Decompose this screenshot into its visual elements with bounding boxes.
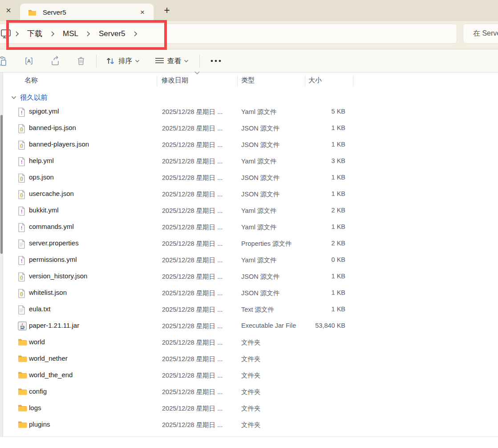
file-name[interactable]: permissions.yml [29,256,77,263]
column-header-type[interactable]: 类型 [241,76,255,85]
rename-icon[interactable]: A [24,56,34,66]
file-size: 2 KB [285,240,345,247]
file-row[interactable]: {} banned-players.json 2025/12/28 星期日 ..… [0,137,498,153]
column-header-name[interactable]: 名称 [24,76,38,85]
file-row[interactable]: plugins 2025/12/28 星期日 ... 文件夹 [0,417,498,433]
file-row[interactable]: world 2025/12/28 星期日 ... 文件夹 [0,334,498,351]
file-name[interactable]: logs [29,404,41,411]
file-row[interactable]: world_nether 2025/12/28 星期日 ... 文件夹 [0,351,498,367]
file-row[interactable]: eula.txt 2025/12/28 星期日 ... Text 源文件 1 K… [0,301,498,318]
file-date: 2025/12/28 星期日 ... [162,157,223,166]
file-name[interactable]: banned-ips.json [29,124,76,131]
svg-text:!: ! [21,209,23,214]
sort-direction-icon[interactable] [194,71,200,75]
file-row[interactable]: {} usercache.json 2025/12/28 星期日 ... JSO… [0,186,498,203]
delete-icon[interactable] [76,56,86,66]
share-icon[interactable] [50,56,61,66]
file-size: 1 KB [285,223,345,230]
breadcrumb-item-downloads[interactable]: 下载 [23,26,47,41]
file-size: 1 KB [285,289,345,296]
file-type: Properties 源文件 [241,240,292,248]
file-type: 文件夹 [241,388,261,396]
file-date: 2025/12/28 星期日 ... [162,388,223,396]
file-name[interactable]: usercache.json [29,190,74,197]
paste-icon[interactable] [0,56,8,66]
tab-close-icon[interactable]: × [138,8,147,17]
file-name[interactable]: server.properties [29,239,79,247]
file-row[interactable]: ! help.yml 2025/12/28 星期日 ... Yaml 源文件 3… [0,153,498,170]
svg-text:{}: {} [20,193,23,197]
view-button[interactable]: 查看 [155,57,189,66]
file-size: 1 KB [285,305,345,313]
file-row[interactable]: ! permissions.yml 2025/12/28 星期日 ... Yam… [0,252,498,269]
yaml-file-icon: ! [18,256,27,265]
file-name[interactable]: config [29,387,47,395]
yaml-file-icon: ! [18,107,27,116]
file-row[interactable]: {} banned-ips.json 2025/12/28 星期日 ... JS… [0,120,498,137]
file-row[interactable]: ! bukkit.yml 2025/12/28 星期日 ... Yaml 源文件… [0,203,498,219]
file-name[interactable]: paper-1.21.11.jar [29,322,79,329]
chevron-right-icon[interactable] [83,31,94,37]
chevron-right-icon[interactable] [47,31,58,37]
file-row[interactable]: paper-1.21.11.jar 2025/12/28 星期日 ... Exe… [0,318,498,334]
file-name[interactable]: eula.txt [29,305,50,313]
column-divider[interactable] [305,76,305,86]
file-date: 2025/12/28 星期日 ... [162,322,223,330]
file-size: 1 KB [285,190,345,197]
column-header-size[interactable]: 大小 [308,76,322,85]
column-header-date[interactable]: 修改日期 [162,76,188,85]
folder-icon [18,387,27,396]
file-name[interactable]: help.yml [29,157,54,164]
file-row[interactable]: config 2025/12/28 星期日 ... 文件夹 [0,384,498,400]
file-row[interactable]: server.properties 2025/12/28 星期日 ... Pro… [0,236,498,252]
column-divider[interactable] [157,76,157,86]
file-name[interactable]: plugins [29,420,50,428]
column-divider[interactable] [237,76,238,86]
file-name[interactable]: spigot.yml [29,107,59,115]
file-name[interactable]: version_history.json [29,272,87,280]
file-name[interactable]: banned-players.json [29,140,89,148]
file-row[interactable]: logs 2025/12/28 星期日 ... 文件夹 [0,400,498,417]
close-icon[interactable]: × [4,5,13,15]
sort-button[interactable]: 排序 [105,57,140,66]
jar-file-icon [18,322,27,330]
file-row[interactable]: {} version_history.json 2025/12/28 星期日 .… [0,269,498,285]
file-row[interactable]: ! spigot.yml 2025/12/28 星期日 ... Yaml 源文件… [0,104,498,120]
file-name[interactable]: commands.yml [29,223,74,230]
file-row[interactable]: world_the_end 2025/12/28 星期日 ... 文件夹 [0,367,498,384]
yaml-file-icon: ! [18,157,27,166]
file-explorer-window: × Server5 × + 下载 MSL [0,0,498,448]
file-name[interactable]: bukkit.yml [29,206,59,214]
file-row[interactable]: {} whitelist.json 2025/12/28 星期日 ... JSO… [0,285,498,301]
file-size: 1 KB [285,174,345,181]
json-file-icon: {} [18,173,27,182]
yaml-file-icon: ! [18,206,27,215]
more-options-button[interactable]: ••• [208,57,225,65]
file-name[interactable]: world_the_end [29,371,73,379]
breadcrumb-item-msl[interactable]: MSL [58,27,83,41]
toolbar-divider [96,54,97,68]
tab-server5[interactable]: Server5 × [20,4,154,21]
group-header-long-ago[interactable]: 很久以前 [0,91,48,104]
file-name[interactable]: whitelist.json [29,289,67,296]
svg-text:!: ! [21,159,23,165]
view-label: 查看 [167,57,181,66]
file-row[interactable]: {} ops.json 2025/12/28 星期日 ... JSON 源文件 … [0,170,498,186]
file-name[interactable]: world [29,338,45,346]
file-type: JSON 源文件 [241,141,279,149]
file-type: 文件夹 [241,338,261,347]
new-tab-button[interactable]: + [161,5,173,16]
column-divider[interactable] [353,76,353,86]
file-type: 文件夹 [241,421,261,429]
file-name[interactable]: ops.json [29,173,54,181]
search-input[interactable]: 在 Serve [463,24,498,44]
address-bar[interactable]: 下载 MSL Server5 [0,24,457,44]
breadcrumb-item-server5[interactable]: Server5 [94,27,130,41]
file-date: 2025/12/28 星期日 ... [162,108,223,116]
file-name[interactable]: world_nether [29,354,68,362]
file-row[interactable]: ! commands.yml 2025/12/28 星期日 ... Yaml 源… [0,219,498,236]
file-date: 2025/12/28 星期日 ... [162,421,223,429]
tab-title: Server5 [43,8,138,16]
toolbar: A 排序 [0,50,498,73]
chevron-right-icon[interactable] [130,31,142,37]
